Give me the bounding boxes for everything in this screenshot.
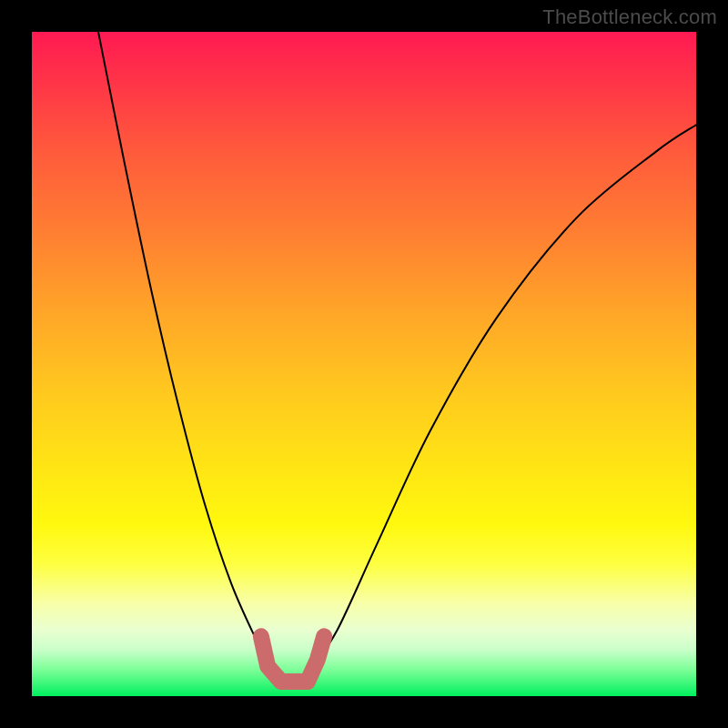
curves-layer	[32, 32, 696, 696]
chart-frame: TheBottleneck.com	[0, 0, 728, 728]
valley-highlight	[261, 636, 324, 682]
watermark-text: TheBottleneck.com	[542, 5, 717, 29]
curve-left-branch	[98, 32, 271, 670]
curve-right-branch	[311, 125, 696, 670]
plot-area	[32, 32, 696, 696]
